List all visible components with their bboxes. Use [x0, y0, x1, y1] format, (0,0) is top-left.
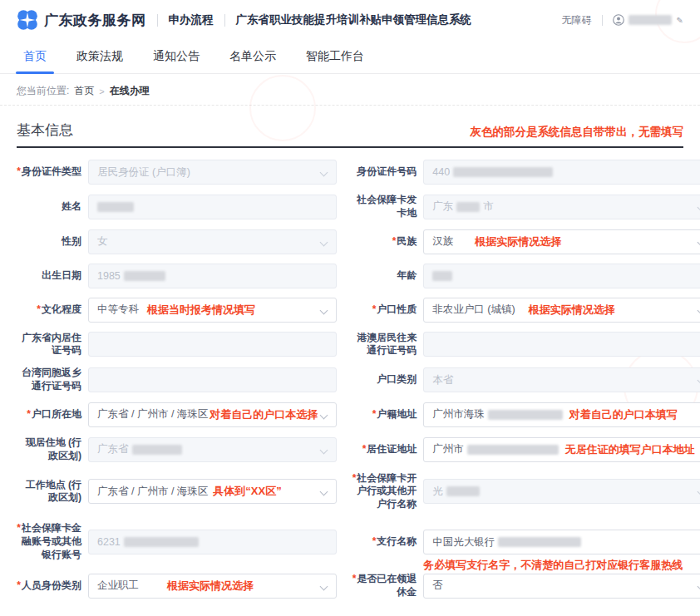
taiwan-permit-input [88, 367, 337, 392]
field-branch-name: *支行名称 中国光大银行 务必填写支行名字，不清楚的自己打对应银行客服热线 [352, 520, 700, 564]
field-pension-status: *是否已在领退休金 否 [352, 573, 700, 599]
user-icon [613, 14, 624, 26]
divider [602, 15, 603, 26]
hukou-type-select[interactable]: 非农业户口 (城镇)根据实际情况选择 [423, 298, 700, 323]
divider [224, 14, 225, 27]
field-hukou-category: 户口类别 本省 [352, 367, 700, 393]
caret-down-icon [697, 203, 700, 211]
breadcrumb-current[interactable]: 在线办理 [110, 84, 150, 98]
education-select[interactable]: 中等专科根据当时报考情况填写 [88, 298, 337, 323]
person-category-select[interactable]: 企业职工根据实际情况选择 [88, 574, 337, 599]
id-number-input: 440 [423, 160, 700, 185]
field-annotation: 根据实际情况选择 [167, 579, 254, 594]
residence-permit-address-input[interactable]: 广州市 无居住证的填写户口本地址 [423, 437, 700, 462]
section-title: 基本信息 [17, 121, 73, 140]
menu-item-process[interactable]: 申办流程 [169, 12, 214, 27]
field-id-number: 身份证件号码 440 [352, 160, 700, 185]
caret-down-icon [697, 488, 700, 496]
caret-down-icon [697, 377, 700, 385]
hk-macau-permit-input [423, 332, 700, 357]
field-annotation: 对着自己的户口本选择 [210, 407, 318, 422]
caret-down-icon [320, 488, 328, 496]
field-ssc-account-no: *社会保障卡金融账号或其他银行账号 6231 [17, 520, 337, 564]
branch-name-input[interactable]: 中国光大银行 [423, 530, 700, 554]
breadcrumb-prefix: 您当前位置: [17, 84, 69, 98]
field-name: 姓名 [17, 194, 337, 220]
field-taiwan-permit-no: 台湾同胞返乡通行证号码 [17, 367, 337, 393]
caret-down-icon [320, 238, 328, 246]
user-name-masked [629, 15, 672, 25]
ssc-account-input: 6231 [88, 530, 337, 554]
breadcrumb: 您当前位置: 首页 > 在线办理 [0, 74, 700, 106]
header: 广东政务服务网 申办流程 广东省职业技能提升培训补贴申领管理信息系统 无障碍 ✎ [0, 0, 700, 40]
field-ssc-issue-place: 社会保障卡发卡地 广东 市 [352, 194, 700, 220]
id-type-select: 居民身份证 (户口簿) [88, 160, 337, 185]
system-title: 广东省职业技能提升培训补贴申领管理信息系统 [236, 12, 472, 27]
field-hukou-location: *户口所在地 广东省 / 广州市 / 海珠区对着自己的户口本选择 [17, 402, 337, 427]
field-education: *文化程度 中等专科根据当时报考情况填写 [17, 298, 337, 323]
section-annotation: 灰色的部分是系统信息自带带出，无需填写 [471, 125, 684, 140]
caret-down-icon [697, 582, 700, 590]
user-account[interactable]: ✎ [613, 14, 683, 26]
caret-down-icon [320, 446, 328, 454]
ethnicity-select[interactable]: 汉族根据实际情况选择 [423, 229, 700, 254]
breadcrumb-home[interactable]: 首页 [74, 84, 94, 98]
caret-down-icon [320, 169, 328, 177]
field-id-type: *身份证件类型 居民身份证 (户口簿) [17, 160, 337, 185]
divider [157, 14, 158, 27]
caret-down-icon [320, 411, 328, 420]
breadcrumb-separator: > [99, 86, 104, 96]
field-annotation: 根据当时报考情况填写 [147, 303, 255, 318]
field-birth-date: 出生日期 1985 [17, 264, 337, 288]
tab-public-list[interactable]: 名单公示 [229, 40, 276, 74]
current-residence-select: 广东省 [88, 437, 337, 462]
age-input [423, 264, 700, 288]
tab-home[interactable]: 首页 [23, 40, 47, 74]
hukou-category-select: 本省 [423, 367, 700, 392]
ssc-issue-place-select: 广东 市 [423, 195, 700, 219]
field-gender: 性别 女 [17, 229, 337, 254]
caret-down-icon [320, 582, 328, 590]
caret-down-icon [697, 238, 700, 246]
hukou-location-select[interactable]: 广东省 / 广州市 / 海珠区对着自己的户口本选择 [88, 402, 337, 427]
work-location-select[interactable]: 广东省 / 广州市 / 海珠区具体到“XX区” [88, 479, 337, 504]
edit-icon: ✎ [677, 16, 683, 25]
brand-title: 广东政务服务网 [44, 11, 146, 30]
field-residence-permit-address: *居住证地址 广州市 无居住证的填写户口本地址 [352, 436, 700, 463]
field-ethnicity: *民族 汉族根据实际情况选择 [352, 229, 700, 254]
gender-select: 女 [88, 229, 337, 254]
hukou-address-input[interactable]: 广州市海珠 对着自己的户口本填写 [423, 402, 700, 427]
tab-policies[interactable]: 政策法规 [76, 40, 123, 74]
field-age: 年龄 [352, 264, 700, 288]
field-annotation: 根据实际情况选择 [529, 303, 615, 318]
field-annotation: 对着自己的户口本填写 [569, 407, 678, 422]
gd-residence-permit-input [88, 332, 337, 357]
field-hk-macau-permit-no: 港澳居民往来通行证号码 [352, 332, 700, 358]
accessibility-link[interactable]: 无障碍 [562, 13, 592, 27]
birth-date-input: 1985 [88, 264, 337, 288]
field-ssc-bank-name: *社会保障卡开户行或其他开户行名称 光 [352, 472, 700, 511]
name-input [88, 195, 337, 219]
field-annotation: 根据实际情况选择 [475, 234, 561, 249]
ssc-bank-name-select: 光 [423, 479, 700, 504]
field-work-location: 工作地点 (行政区划) 广东省 / 广州市 / 海珠区具体到“XX区” [17, 472, 337, 511]
field-annotation: 无居住证的填写户口本地址 [565, 442, 695, 457]
main-nav: 首页 政策法规 通知公告 名单公示 智能工作台 [0, 40, 700, 74]
field-annotation: 务必填写支行名字，不清楚的自己打对应银行客服热线 [423, 558, 683, 573]
field-annotation: 具体到“XX区” [213, 484, 281, 499]
pension-status-select[interactable]: 否 [423, 574, 700, 599]
caret-down-icon [320, 306, 328, 314]
gov-logo-icon [17, 9, 38, 31]
basic-info-form: *身份证件类型 居民身份证 (户口簿) 身份证件号码 440 姓名 社会保障卡发… [0, 148, 700, 599]
field-hukou-type: *户口性质 非农业户口 (城镇)根据实际情况选择 [352, 298, 700, 323]
field-current-residence: 现居住地 (行政区划) 广东省 [17, 436, 337, 463]
tab-workbench[interactable]: 智能工作台 [306, 40, 364, 74]
tab-notices[interactable]: 通知公告 [153, 40, 200, 74]
field-hukou-address: *户籍地址 广州市海珠 对着自己的户口本填写 [352, 402, 700, 427]
caret-down-icon [697, 306, 700, 314]
field-person-category: *人员身份类别 企业职工根据实际情况选择 [17, 573, 337, 599]
field-gd-residence-permit-no: 广东省内居住证号码 [17, 332, 337, 358]
